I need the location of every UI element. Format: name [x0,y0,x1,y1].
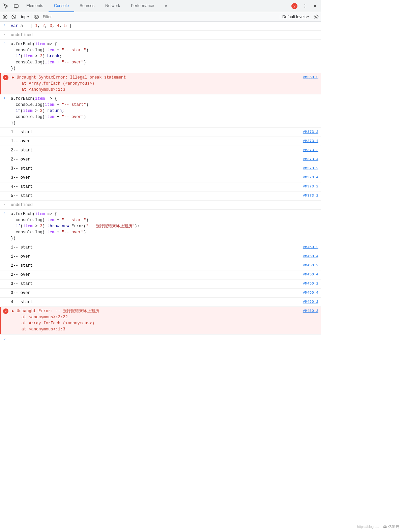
row-icon [0,192,9,193]
console-row: 3-- over VM373:4 [0,173,321,182]
input-arrow: › [0,40,9,46]
error-icon-cell: ✕ [1,74,10,80]
row-source[interactable]: VM450:4 [294,253,321,260]
svg-point-6 [35,16,37,18]
row-source[interactable]: VM450:4 [294,289,321,296]
row-source[interactable]: VM450:4 [294,271,321,278]
console-row: › a.forEach(item => { console.log(item +… [0,210,321,243]
row-content: 2-- over [9,156,294,163]
context-selector[interactable]: top ▾ [19,13,31,21]
row-content: 2-- start [9,147,294,154]
tab-bar-left [1,1,21,11]
svg-point-7 [315,16,317,18]
row-icon [0,183,9,184]
row-source[interactable]: VM373:2 [294,192,321,199]
row-source [294,31,321,33]
clear-console-button[interactable] [10,13,18,21]
settings-button[interactable] [312,13,320,21]
row-content: a.forEach(item => { console.log(item + "… [9,40,294,72]
cursor-icon-btn[interactable] [1,1,11,11]
row-source[interactable]: VM373:2 [294,128,321,136]
row-icon [0,174,9,175]
console-content: › var a = [ 1, 2, 3, 4, 5 ] ‹ undefined … [0,22,321,343]
row-content: undefined [9,31,294,39]
error-content: ▶ Uncaught SyntaxError: Illegal break st… [10,74,294,93]
console-row: 3-- start VM373:2 [0,164,321,173]
console-row: 3-- start VM450:2 [0,279,321,289]
toolbar: top ▾ Default levels ▾ [0,12,321,22]
row-content: 1-- over [9,253,294,260]
error-icon: ✕ [3,308,8,314]
row-source [294,95,321,96]
row-source[interactable]: VM373:2 [294,183,321,190]
console-row: › a.forEach(item => { console.log(item +… [0,40,321,73]
row-source[interactable]: VM373:4 [294,174,321,181]
row-icon [0,128,9,129]
default-levels-selector[interactable]: Default levels ▾ [280,14,311,19]
close-button[interactable]: ✕ [310,1,320,11]
row-icon [0,271,9,272]
row-icon [0,253,9,254]
console-row: 2-- start VM450:2 [0,261,321,270]
console-row: 4-- start VM373:2 [0,182,321,191]
console-input[interactable] [9,335,321,342]
row-source[interactable]: VM450:3 [294,307,321,315]
console-row: 5-- start VM373:2 [0,191,321,201]
device-icon-btn[interactable] [11,1,21,11]
row-content: 1-- start [9,128,294,136]
row-source[interactable]: VM450:2 [294,280,321,287]
console-row: 1-- over VM373:4 [0,137,321,146]
console-row: 4-- start VM450:2 [0,298,321,307]
row-content: 3-- over [9,289,294,297]
row-icon [0,298,9,299]
tab-elements[interactable]: Elements [21,0,49,12]
row-source[interactable]: VM373:4 [294,156,321,163]
svg-rect-0 [14,5,18,7]
console-row: › a.forEach(item => { console.log(item +… [0,94,321,128]
console-input-row[interactable]: › [0,334,321,343]
row-content: 2-- start [9,262,294,269]
input-arrow: › [0,210,9,216]
row-content: 5-- start [9,192,294,200]
tab-network[interactable]: Network [100,0,125,12]
filter-input[interactable] [41,13,279,21]
console-row: 1-- start VM450:2 [0,243,321,252]
error-count: 2 [289,3,299,9]
more-options-button[interactable]: ⋮ [300,1,310,11]
row-source[interactable]: VM450:2 [294,298,321,305]
row-source[interactable]: VM450:2 [294,262,321,269]
tab-performance[interactable]: Performance [125,0,160,12]
row-content: a.forEach(item => { console.log(item + "… [9,95,294,127]
svg-rect-1 [16,7,17,8]
row-source [294,201,321,203]
tab-console[interactable]: Console [49,0,74,12]
error-icon-cell: ✕ [1,307,10,314]
row-content: 4-- start [9,183,294,190]
row-content: var a = [ 1, 2, 3, 4, 5 ] [9,22,294,30]
row-content: 3-- start [9,280,294,288]
row-source[interactable]: VM373:4 [294,138,321,145]
row-source[interactable]: VM360:3 [294,74,321,81]
input-arrow: › [0,22,9,28]
eye-button[interactable] [33,13,40,21]
row-icon [0,147,9,147]
row-source[interactable]: VM373:2 [294,165,321,172]
input-prompt-icon: › [0,335,9,342]
row-content: 2-- over [9,271,294,278]
console-row: › var a = [ 1, 2, 3, 4, 5 ] [0,22,321,31]
tab-more[interactable]: » [160,0,173,12]
row-icon [0,262,9,263]
execute-context-button[interactable] [1,13,9,21]
row-source[interactable]: VM373:2 [294,147,321,154]
row-content: a.forEach(item => { console.log(item + "… [9,210,294,242]
row-source[interactable]: VM450:2 [294,244,321,251]
row-icon [0,165,9,166]
svg-line-4 [12,16,15,18]
console-error-row-2: ✕ ▶ Uncaught Error: -- 强行报错来终止遍历 at <ano… [0,307,321,334]
console-row: 1-- over VM450:4 [0,252,321,261]
console-error-row: ✕ ▶ Uncaught SyntaxError: Illegal break … [0,73,321,94]
tab-bar: Elements Console Sources Network Perform… [0,0,321,12]
row-icon [0,244,9,244]
row-icon [0,156,9,156]
tab-sources[interactable]: Sources [74,0,100,12]
